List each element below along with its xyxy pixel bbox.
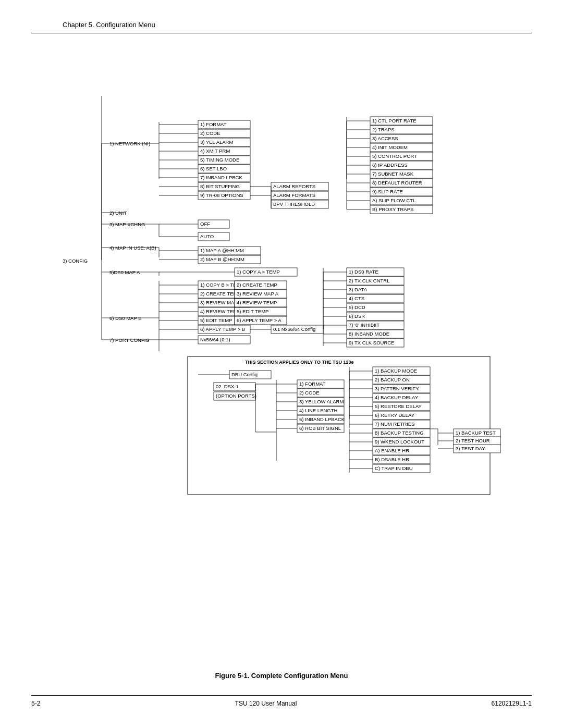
copy-a-temp: 1) COPY A > TEMP	[237, 269, 280, 275]
code-1: 2) CODE	[200, 130, 221, 136]
test-hour: 2) TEST HOUR	[456, 438, 490, 443]
tsu-section-title: THIS SECTION APPLIES ONLY TO THE TSU 120…	[245, 360, 354, 365]
create-temp-a: 2) CREATE TEMP	[237, 282, 277, 288]
init-modem: 4) INIT MODEM	[372, 144, 408, 150]
footer-center: TSU 120 User Manual	[235, 700, 297, 707]
tx-clk-cntrl: 2) TX CLK CNTRL	[349, 278, 389, 283]
dsr: 6) DSR	[349, 313, 365, 319]
apply-temp-a: 6) APPLY TEMP > A	[237, 317, 282, 323]
port-config-label: 7) PORT CONFIG	[109, 337, 150, 343]
xmit-prm: 4) XMIT PRM	[200, 148, 230, 154]
default-router: 8) DEFAULT ROUTER	[372, 180, 422, 186]
apply-temp-b: 6) APPLY TEMP > B	[200, 326, 245, 332]
test-day: 3) TEST DAY	[456, 446, 485, 451]
dbu-config: DBU Config	[231, 372, 258, 377]
dsx1-line-length: 4) LINE LENGTH	[299, 408, 338, 413]
set-lbo: 6) SET LBO	[200, 166, 227, 171]
dsable-hr: B) DSABLE HR	[375, 456, 409, 462]
nx5664-config: 0.1 Nx56/64 Config	[273, 326, 315, 332]
num-retries: 7) NUM RETRIES	[375, 421, 415, 427]
option-ports-label: (OPTION PORTS)	[216, 393, 256, 399]
ip-address: 6) IP ADDRESS	[372, 162, 408, 168]
figure-caption: Figure 5-1. Complete Configuration Menu	[31, 672, 532, 680]
proxy-traps: B) PROXY TRAPS	[372, 206, 413, 212]
map-in-use-label: 4) MAP IN USE: A(B)	[109, 245, 156, 251]
alarm-reports: ALARM REPORTS	[273, 183, 315, 189]
edit-temp-b: 5) EDIT TEMP	[200, 317, 232, 323]
network-ni-label: 1) NETWORK (NI)	[109, 141, 150, 146]
off-option: OFF	[200, 221, 210, 227]
review-temp-a: 4) REVIEW TEMP	[237, 300, 277, 305]
ctl-port-rate: 1) CTL PORT RATE	[372, 118, 417, 124]
dsx1-yellow-alarm: 3) YELLOW ALARM	[299, 399, 344, 404]
ds0-rate: 1) DS0 RATE	[349, 269, 378, 275]
dsx1-label: 02. DSX-1	[216, 384, 239, 389]
footer: 5-2 TSU 120 User Manual 61202129L1-1	[31, 700, 532, 707]
retry-delay: 6) RETRY DELAY	[375, 412, 415, 418]
dcd: 5) DCD	[349, 304, 365, 310]
edit-temp-a: 5) EDIT TEMP	[237, 309, 268, 314]
dsx1-rob-bit-signl: 6) ROB BIT SIGNL	[299, 425, 341, 431]
config-menu-diagram: 3) CONFIG 1) NETWORK (NI) 1) FORMAT 2) C…	[57, 44, 506, 513]
traps: 2) TRAPS	[372, 127, 395, 132]
wkend-lockout: 9) WKEND LOCKOUT	[375, 439, 424, 445]
inband-mode: 8) INBAND MODE	[349, 331, 389, 337]
unit-label: 2) UNIT	[109, 210, 127, 216]
top-rule	[31, 33, 532, 33]
backup-on: 2) BACKUP ON	[375, 377, 410, 382]
diagram-container: 3) CONFIG 1) NETWORK (NI) 1) FORMAT 2) C…	[57, 44, 506, 667]
bit-stuffing: 8) BIT STUFFING	[200, 183, 240, 189]
backup-test: 1) BACKUP TEST	[456, 430, 496, 436]
backup-delay: 4) BACKUP DELAY	[375, 394, 419, 400]
ds0-map-a-label: 5)DS0 MAP A	[109, 269, 140, 275]
slip-rate: 9) SLIP RATE	[372, 189, 403, 194]
timing-mode: 5) TIMING MODE	[200, 157, 239, 163]
backup-mode: 1) BACKUP MODE	[375, 368, 417, 374]
bottom-rule	[31, 695, 532, 696]
trap-in-dbu: C) TRAP IN DBU	[375, 465, 413, 471]
access: 3) ACCESS	[372, 135, 398, 141]
enable-hr: A) ENABLE HR	[375, 448, 409, 453]
chapter-title: Chapter 5. Configuration Menu	[63, 21, 532, 29]
slip-flow-ctl: A) SLIP FLOW CTL	[372, 198, 415, 203]
map-b-hhmm: 2) MAP B @HH:MM	[200, 256, 244, 262]
subnet-mask: 7) SUBNET MASK	[372, 171, 414, 177]
backup-testing: 8) BACKUP TESTING	[375, 430, 424, 436]
ds0-map-b-label: 6) DS0 MAP B	[109, 315, 142, 321]
pattrn-verify: 3) PATTRN VERIFY	[375, 386, 419, 391]
page: Chapter 5. Configuration Menu 3) CONFIG …	[0, 0, 563, 728]
map-a-hhmm: 1) MAP A @HH:MM	[200, 248, 244, 253]
bpv-threshold: BPV THRESHOLD	[273, 201, 315, 207]
map-xchng-label: 3) MAP XCHNG	[109, 221, 145, 227]
auto-option: AUTO	[200, 233, 214, 239]
dsx1-inband-lpback: 5) INBAND LPBACK	[299, 416, 345, 422]
data: 3) DATA	[349, 287, 368, 292]
control-port: 5) CONTROL PORT	[372, 153, 417, 159]
cts: 4) CTS	[349, 295, 364, 301]
dsx1-format: 1) FORMAT	[299, 381, 326, 387]
config-label: 3) CONFIG	[63, 258, 88, 264]
tr08-options: 9) TR-08 OPTIONS	[200, 192, 243, 198]
format-1: 1) FORMAT	[200, 121, 227, 127]
inband-lpbck: 7) INBAND LPBCK	[200, 175, 242, 180]
dsx1-code: 2) CODE	[299, 390, 320, 396]
inhibit: 7) '0' INHIBIIT	[349, 322, 380, 328]
yel-alarm: 3) YEL ALARM	[200, 139, 233, 145]
footer-right: 61202129L1-1	[492, 700, 532, 707]
review-map-a: 3) REVIEW MAP A	[237, 291, 279, 297]
restore-delay: 5) RESTORE DELAY	[375, 403, 422, 409]
nx5664-01: Nx56/64 (0.1)	[200, 337, 230, 342]
tx-clk-source: 9) TX CLK SOURCE	[349, 340, 394, 346]
footer-left: 5-2	[31, 700, 40, 707]
alarm-formats: ALARM FORMATS	[273, 192, 315, 198]
